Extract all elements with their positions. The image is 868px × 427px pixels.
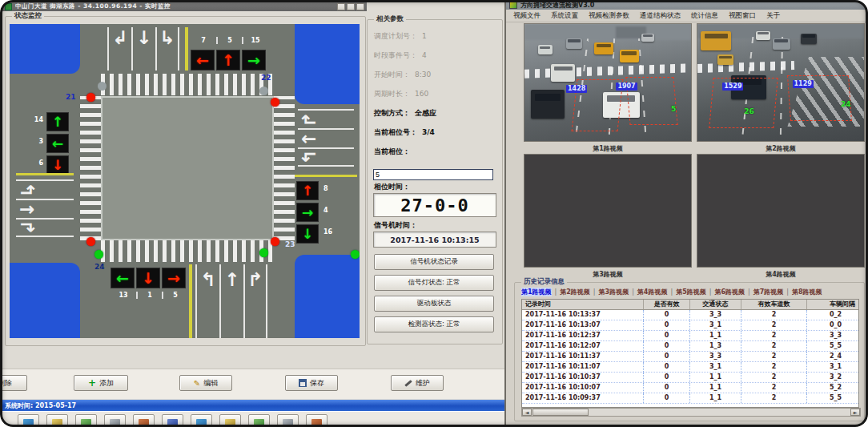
video-channel-4[interactable] — [697, 154, 865, 268]
vehicle-count-tag: 1907 — [616, 83, 637, 91]
history-tab[interactable]: 第1路视频 — [521, 288, 552, 296]
history-tab[interactable]: 第7路视频 — [753, 288, 784, 296]
save-button[interactable]: 保存 — [285, 375, 338, 391]
toolbar-icon-button[interactable] — [133, 414, 155, 427]
delete-button[interactable]: 删除 — [0, 375, 27, 391]
video-channel-1[interactable]: 142819075 — [524, 23, 692, 142]
north-signal-left: ← — [191, 50, 215, 70]
table-row[interactable]: 2017-11-16 10:13:3703_320_2 — [522, 310, 859, 320]
history-tab[interactable]: 第6路视频 — [714, 288, 745, 296]
scroll-left-arrow[interactable]: ◄ — [522, 409, 532, 416]
menu-item[interactable]: 视频文件 — [513, 11, 540, 21]
table-cell: 3_2 — [807, 373, 859, 382]
west-signal-down: ↓ — [46, 155, 69, 175]
table-row[interactable]: 2017-11-16 10:12:3701_123_3 — [522, 331, 859, 341]
toolbar-icon-button[interactable] — [104, 414, 126, 427]
tool-icon — [196, 419, 207, 427]
add-button[interactable]: +添加 — [74, 375, 128, 391]
table-cell: 0 — [644, 320, 690, 330]
menu-item[interactable]: 系统设置 — [551, 11, 578, 21]
east-signal-number: 4 — [323, 207, 340, 214]
table-cell: 1_3 — [690, 341, 741, 351]
menu-item[interactable]: 通道结构状态 — [640, 11, 681, 21]
left-titlebar[interactable]: 中山门大道 御湖东路 - 34.100.96.194 - 实时监控 — [2, 2, 367, 11]
history-tab[interactable]: 第5路视频 — [676, 288, 706, 296]
right-titlebar[interactable]: 方向拥堵交通流检测V3.0 — [506, 0, 868, 10]
history-tab[interactable]: 第4路视频 — [637, 288, 668, 296]
video-channel-3[interactable] — [524, 154, 692, 268]
toolbar-icon-button[interactable] — [219, 414, 241, 427]
column-header[interactable]: 记录时间 — [522, 300, 644, 309]
column-header[interactable]: 有效车道数 — [741, 300, 807, 309]
detector-dot-green — [259, 248, 268, 257]
corner-label-23: 23 — [285, 240, 295, 248]
menu-item[interactable]: 视频检测参数 — [589, 11, 629, 21]
status-button[interactable]: 驱动板状态 — [374, 296, 494, 312]
detection-app-icon — [509, 1, 517, 9]
table-row[interactable]: 2017-11-16 10:10:3701_123_2 — [522, 373, 859, 383]
status-monitor-group: 状态监控 N — [5, 16, 366, 346]
status-button[interactable]: 信号灯状态: 正常 — [374, 275, 494, 291]
toolbar-icon-button[interactable] — [18, 414, 39, 427]
current-phase-input[interactable] — [373, 169, 493, 180]
toolbar-icon-button[interactable] — [306, 414, 328, 427]
menu-bar: 视频文件系统设置视频检测参数通道结构状态统计信息视图窗口关于 — [506, 10, 868, 22]
table-row[interactable]: 2017-11-16 10:09:3701_125_5 — [522, 393, 859, 404]
detection-overlay: 152911292624 — [697, 24, 864, 141]
intersection-center — [101, 96, 274, 240]
toolbar-icon-button[interactable] — [277, 414, 299, 427]
video-label-4: 第4路视频 — [697, 270, 865, 279]
menu-item[interactable]: 视图窗口 — [729, 11, 756, 21]
table-row[interactable]: 2017-11-16 10:11:3703_322_4 — [522, 352, 859, 362]
menu-item[interactable]: 统计信息 — [691, 11, 718, 21]
edit-button[interactable]: ✎编辑 — [179, 375, 232, 391]
north-signal-straight: ↑ — [216, 50, 240, 70]
history-tab[interactable]: 第2路视频 — [560, 288, 590, 296]
history-tab[interactable]: 第8路视频 — [792, 288, 822, 296]
toolbar-icon-button[interactable] — [191, 414, 212, 427]
horizontal-scrollbar[interactable]: ◄ ► — [521, 408, 861, 417]
column-header[interactable]: 车辆间隔 — [807, 300, 859, 309]
status-button[interactable]: 检测器状态: 正常 — [374, 316, 494, 332]
toolbar-icon-button[interactable] — [75, 414, 97, 427]
video-channel-2[interactable]: 152911292624 — [697, 23, 865, 142]
table-cell: 2_4 — [807, 352, 859, 361]
tool-icon — [254, 419, 264, 427]
minimize-button[interactable] — [337, 3, 345, 10]
yellow-line-south — [189, 264, 192, 338]
table-row[interactable]: 2017-11-16 10:12:0701_325_5 — [522, 341, 859, 352]
history-tabs: 第1路视频|第2路视频|第3路视频|第4路视频|第5路视频|第6路视频|第7路视… — [521, 287, 861, 297]
toolbar-icon-button[interactable] — [248, 414, 270, 427]
table-row[interactable]: 2017-11-16 10:11:0703_123_1 — [522, 362, 859, 373]
corner-southwest — [10, 263, 80, 338]
history-group-title: 历史记录信息 — [521, 277, 567, 287]
scroll-thumb[interactable] — [532, 409, 589, 416]
detector-dot-green — [351, 250, 360, 259]
table-cell: 2 — [741, 320, 807, 330]
maintain-button[interactable]: 维护 — [391, 375, 444, 391]
detector-dot-red — [86, 93, 95, 102]
detection-overlay: 142819075 — [524, 24, 691, 141]
status-button[interactable]: 信号机状态记录 — [374, 254, 494, 270]
param-field: 当前相位号：3/4 — [374, 127, 497, 147]
toolbar-icon-button[interactable] — [162, 414, 183, 427]
table-cell: 1_1 — [690, 331, 741, 340]
lane-arrow-icon: ↓ — [131, 27, 155, 70]
table-cell: 2017-11-16 10:13:37 — [522, 310, 644, 320]
table-cell: 2017-11-16 10:09:37 — [522, 393, 644, 403]
history-tab[interactable]: 第3路视频 — [599, 288, 629, 296]
table-row[interactable]: 2017-11-16 10:10:0701_125_2 — [522, 383, 859, 393]
toolbar-icon-button[interactable] — [46, 414, 68, 427]
menu-item[interactable]: 关于 — [766, 11, 780, 21]
crosswalk-north — [101, 74, 274, 95]
table-cell: 2 — [741, 393, 807, 403]
close-button[interactable] — [356, 3, 364, 10]
corner-label-21: 21 — [66, 93, 76, 101]
column-header[interactable]: 交通状态 — [690, 300, 741, 309]
south-signal-right: → — [162, 268, 186, 288]
column-header[interactable]: 是否有效 — [644, 300, 690, 309]
phase-time-display: 27-0-0 — [373, 193, 496, 217]
maximize-button[interactable] — [347, 3, 355, 10]
scroll-right-arrow[interactable]: ► — [850, 409, 860, 416]
table-row[interactable]: 2017-11-16 10:13:0703_120_0 — [522, 320, 859, 331]
